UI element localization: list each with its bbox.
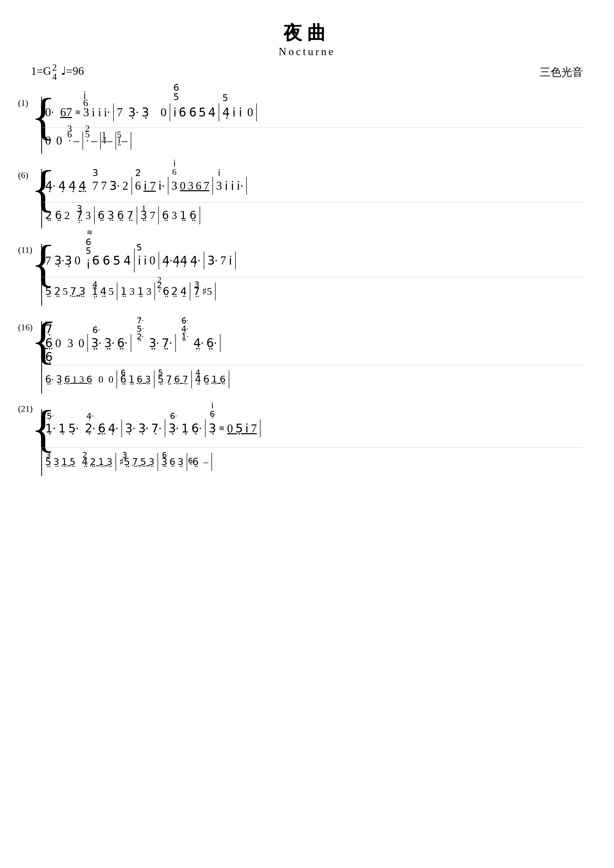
b-6b2: 6̤	[203, 374, 209, 385]
b-6b: 6̤	[163, 285, 169, 298]
note-444: 4̣·4̣4̣	[162, 254, 188, 268]
b-63d: 6̤ 3̤	[169, 456, 183, 467]
note-4dot3: 4̤·	[193, 336, 204, 350]
note-7b: 7	[101, 179, 107, 192]
b-55: 5̤ 5̤	[157, 374, 164, 385]
system-5: (21) { 5̣· 1̣· 1̣ 5̣·	[31, 409, 583, 476]
b-35c: 3̤ ♯5̤	[119, 456, 130, 468]
b-73: 7̤ 3̤	[70, 285, 85, 298]
m15b: 3̤ 7̤ ♯5	[190, 282, 216, 301]
m23b: 3̤ ♯5̤ 7̤ 5̤ 3̤	[116, 453, 158, 471]
note-766: 7̣6̣6̣	[45, 322, 53, 364]
note-ib: i̇	[229, 254, 232, 268]
page: 夜曲 Nocturne 1=G24 ♩=96 三色光音 (1) { 0·	[0, 0, 614, 868]
note-ii2: i̇ i̇	[232, 105, 242, 119]
m-open-1b: 0 0	[42, 132, 65, 150]
b-753: 7̤ 5̤ 3̤	[132, 456, 154, 467]
section-num-4: (16)	[18, 322, 33, 332]
rest-02: 0	[247, 105, 253, 119]
b-1313: 1̤ 3 1̤ 3	[120, 285, 151, 298]
b-213: 2̤ 1̤ 3̤	[90, 456, 112, 467]
note-wavy2: ≋	[219, 424, 225, 432]
m2b: 3 6 · –	[65, 132, 83, 150]
chord-752: 7̇· 5̇· 2̤·	[134, 336, 146, 350]
treble-2: 4̣· 4̣ 4̣ 4̣ 3̇ 7 7 3̇· 2	[42, 169, 583, 203]
bass-4: 6̤· 3̤ 6̤ 1 3 6̤ 0 0 6̤ 6̤ 1̤	[42, 365, 583, 394]
bass-3: 5̤ 2̤ 5 7̤ 3̤ 4̤ · 1̤ 4̤ 5 1	[42, 277, 583, 306]
m18b: 6̤ 6̤ 1̤ 6̤ 3̤	[117, 370, 154, 388]
treble-4: 7̣6̣6̣ 0 3 0 6̇· 3̤·	[42, 321, 583, 365]
system-4: (16) { 7̣6̣6̣ 0	[31, 321, 583, 394]
note-7dot: 7̤·	[162, 336, 172, 350]
note-7b2: 7	[220, 254, 226, 267]
m19b: 5̤ 5̤ 7̤ 6̤ 7̤	[154, 370, 192, 388]
m14b: 2 2̤ · 6̤ 2̤ 4̤	[155, 282, 190, 301]
note-4dotc: 4̣·	[108, 422, 119, 435]
note-5: 5̇	[199, 105, 206, 119]
b-7: 7	[150, 209, 155, 222]
note-3c: 3	[67, 336, 73, 350]
section-num-1: (1)	[18, 98, 28, 108]
chord-641: 6̇· 4̤· 1̤·	[179, 336, 191, 350]
rest-03: 0	[75, 254, 81, 267]
b-41: 4̤ · 1̤	[92, 285, 98, 298]
note-ii: i i	[92, 105, 101, 119]
m7b: 3̤ · 7̤ 3	[73, 206, 95, 225]
brace-col-2: {	[31, 169, 41, 228]
m7t: 3̇ 7 7 3̇· 2	[89, 177, 132, 195]
m21t: 5̣· 1̣· 1̣ 5̣·	[42, 419, 82, 437]
m4b: 1 4 –	[101, 132, 116, 150]
note-733: 7 3̣·3̣	[45, 254, 72, 268]
title-english: Nocturne	[31, 45, 583, 58]
note-1c: 1̣	[181, 422, 189, 435]
b-37: 3̤ · 7̤	[76, 209, 83, 222]
b-52: 5̤ 2̤	[45, 285, 61, 298]
b-chord-2: 2 5 ·	[86, 135, 89, 147]
b-dash-2: –	[91, 134, 97, 147]
staves-2: 4̣· 4̣ 4̣ 4̣ 3̇ 7 7 3̇· 2	[42, 169, 583, 228]
title-section: 夜曲 Nocturne	[31, 21, 583, 58]
m13b: 1̤ 3 1̤ 3	[117, 282, 155, 301]
b-6136: 6̤ 1 3 6̤	[64, 374, 92, 385]
b-5b: 5	[109, 285, 114, 298]
note-3dot5: 3̣·	[125, 422, 136, 435]
note-idot: i̇·	[159, 179, 165, 193]
bass-1: 0 0 3 6 · – 2 5	[42, 128, 583, 153]
m23t: 3̣· 3̣· 7̣·	[122, 419, 165, 437]
m11t: 7 3̣·3̣ 0	[42, 251, 84, 270]
note-7: 7	[117, 105, 126, 119]
m22b: 2̤ 4̤ 2̤ 1̤ 3̤	[79, 453, 116, 471]
note-i7: i̇ 7	[144, 179, 156, 193]
b-63c: 6̤ 3̤	[161, 456, 167, 468]
note-ii3: i̇ i̇	[225, 179, 235, 193]
note-4b: 4̣	[79, 179, 86, 193]
m15t: 3̇· 7 i̇	[204, 251, 236, 270]
b-2: 2	[64, 209, 70, 222]
b-3b: 3̤	[56, 374, 62, 385]
b-3: 3	[85, 209, 91, 222]
m6b: 2̤ 6̤ 2	[42, 206, 73, 225]
chord-37: 3̇ 7	[92, 179, 98, 192]
b-63-grp: 6̤ 3̤	[137, 374, 151, 385]
chord-163: i̇ 6 3	[171, 179, 177, 192]
b-44: 4̤ 4̤	[195, 374, 201, 385]
chord-65i: 6̇ 5̇ i̇	[87, 257, 90, 271]
b-226: 2 2̤ ·	[158, 285, 161, 298]
m9t: i̇ 6 3 0 3 6 7	[168, 177, 213, 195]
section-num-5: (21)	[18, 404, 33, 414]
note-6dot: 6̤·	[117, 336, 127, 350]
m16b: 6̤· 3̤ 6̤ 1 3 6̤	[42, 370, 95, 388]
b-dash-5: 6̤ –	[193, 456, 208, 468]
note-66: 6̇ 6̇	[179, 105, 197, 119]
note-3dot3: 3̤·	[104, 336, 115, 350]
note-i-dot: i·	[104, 105, 110, 119]
m12b: 4̤ · 1̤ 4̤ 5	[89, 282, 117, 301]
chord-63b: 6̇· 3̣·	[168, 422, 179, 435]
rest-06: 0	[78, 336, 84, 350]
b-24: 2̤ 4̤	[171, 285, 187, 298]
m6t: 4̣· 4̣ 4̣ 4̣	[42, 177, 89, 195]
b-sharp5: ♯5	[202, 285, 212, 298]
note-4: 4̇	[208, 105, 216, 119]
m21b: 3̤ 5̤ 3̤ 1̤ 5̤	[42, 453, 79, 471]
wavy: ≋	[75, 108, 81, 116]
